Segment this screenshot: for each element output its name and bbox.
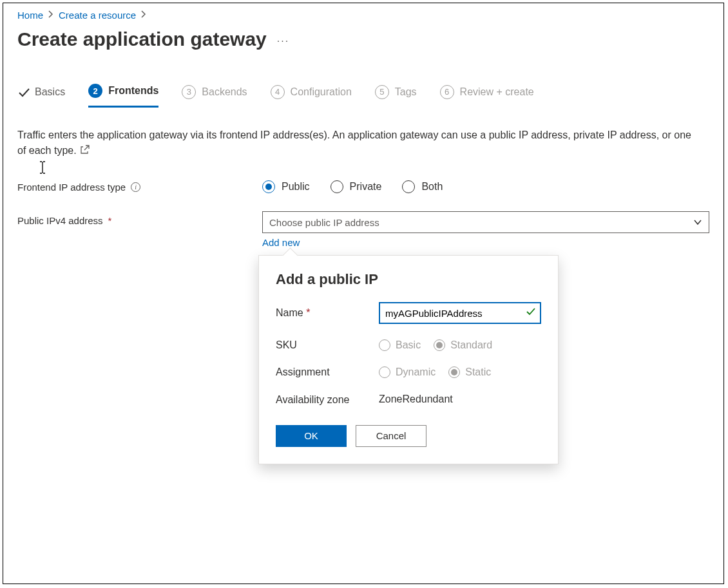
step-number-icon: 3: [182, 85, 196, 99]
tab-label: Configuration: [291, 86, 352, 98]
assignment-radiogroup: Dynamic Static: [379, 366, 491, 378]
radio-sku-basic: Basic: [379, 339, 421, 351]
ok-button[interactable]: OK: [276, 425, 347, 447]
valid-check-icon: [526, 307, 536, 319]
tab-backends[interactable]: 3 Backends: [182, 85, 247, 107]
page-title: Create application gateway: [17, 28, 267, 50]
sku-label: SKU: [276, 339, 379, 351]
tab-review-create[interactable]: 6 Review + create: [440, 85, 534, 107]
step-number-icon: 4: [271, 85, 285, 99]
step-number-icon: 5: [375, 85, 389, 99]
name-input[interactable]: [379, 302, 541, 324]
radio-label: Public: [282, 181, 310, 193]
more-actions-icon[interactable]: ···: [277, 29, 289, 47]
name-label: Name *: [276, 307, 379, 319]
step-number-icon: 6: [440, 85, 454, 99]
select-placeholder: Choose public IP address: [269, 217, 379, 228]
chevron-down-icon: [693, 217, 702, 227]
tab-configuration[interactable]: 4 Configuration: [271, 85, 352, 107]
breadcrumb: Home Create a resource: [17, 10, 709, 21]
check-icon: [17, 86, 29, 98]
radio-label: Both: [421, 181, 443, 193]
wizard-tabs: Basics 2 Frontends 3 Backends 4 Configur…: [17, 84, 709, 108]
radio-public[interactable]: Public: [262, 180, 310, 193]
availability-zone-value: ZoneRedundant: [379, 394, 453, 405]
chevron-right-icon: [48, 10, 53, 20]
cancel-button[interactable]: Cancel: [356, 425, 426, 447]
info-icon[interactable]: i: [131, 182, 140, 192]
availability-zone-label: Availability zone: [276, 394, 379, 407]
public-ipv4-select[interactable]: Choose public IP address: [262, 211, 709, 233]
breadcrumb-home[interactable]: Home: [17, 10, 43, 21]
tab-frontends[interactable]: 2 Frontends: [88, 84, 158, 108]
tab-tags[interactable]: 5 Tags: [375, 85, 417, 107]
add-new-link[interactable]: Add new: [262, 237, 300, 248]
radio-label: Static: [465, 366, 491, 378]
tab-label: Basics: [35, 86, 65, 98]
radio-label: Dynamic: [396, 366, 436, 378]
assignment-label: Assignment: [276, 366, 379, 378]
sku-radiogroup: Basic Standard: [379, 339, 492, 351]
public-ipv4-label: Public IPv4 address *: [17, 211, 262, 226]
radio-assignment-static: Static: [448, 366, 491, 378]
radio-label: Standard: [450, 339, 492, 351]
add-public-ip-popup: Add a public IP Name * SKU Basic: [258, 255, 559, 464]
breadcrumb-create-resource[interactable]: Create a resource: [59, 10, 136, 21]
radio-both[interactable]: Both: [402, 180, 443, 193]
radio-assignment-dynamic: Dynamic: [379, 366, 436, 378]
frontend-ip-type-label: Frontend IP address type i: [17, 182, 262, 193]
frontends-description: Traffic enters the application gateway v…: [17, 128, 700, 158]
radio-label: Basic: [396, 339, 421, 351]
radio-private[interactable]: Private: [330, 180, 382, 193]
tab-label: Review + create: [460, 86, 534, 98]
chevron-right-icon: [141, 10, 146, 20]
radio-sku-standard: Standard: [434, 339, 492, 351]
popup-title: Add a public IP: [276, 271, 541, 288]
step-number-icon: 2: [88, 84, 102, 98]
frontend-ip-type-radiogroup: Public Private Both: [262, 180, 443, 193]
tab-label: Backends: [202, 86, 247, 98]
external-link-icon[interactable]: [81, 146, 90, 156]
tab-basics[interactable]: Basics: [17, 86, 65, 106]
radio-label: Private: [350, 181, 382, 193]
text-cursor-icon: [38, 160, 47, 178]
tab-label: Tags: [395, 86, 417, 98]
tab-label: Frontends: [108, 85, 158, 97]
